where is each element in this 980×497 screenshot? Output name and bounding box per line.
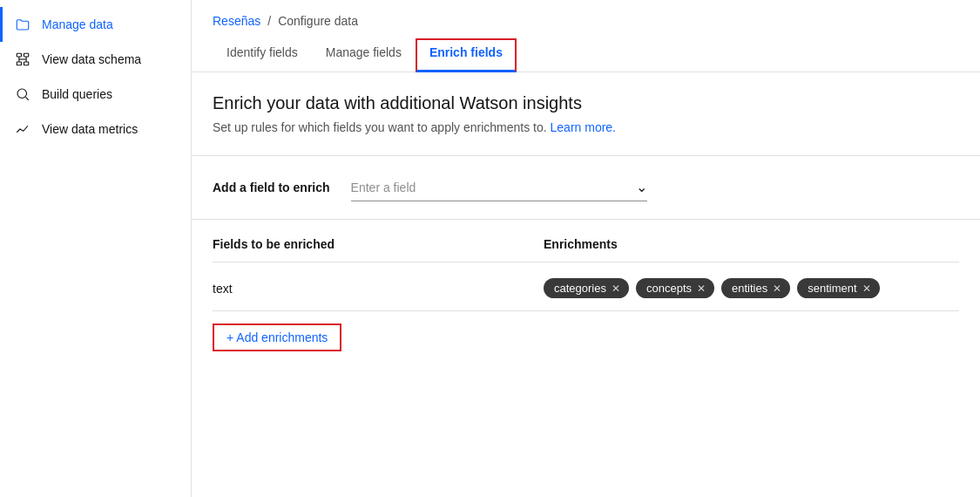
svg-rect-0 bbox=[17, 53, 21, 57]
tag-close-icon[interactable]: ✕ bbox=[612, 283, 620, 294]
add-field-section: Add a field to enrich Enter a field ⌄ bbox=[192, 156, 980, 220]
col-enrichments-header: Enrichments bbox=[544, 237, 959, 251]
sidebar-item-label: Manage data bbox=[42, 17, 113, 31]
svg-rect-2 bbox=[17, 62, 21, 65]
tab-identify-fields[interactable]: Identify fields bbox=[213, 38, 312, 72]
sidebar-item-label: View data schema bbox=[42, 52, 141, 66]
field-dropdown-placeholder: Enter a field bbox=[351, 180, 416, 194]
enrichment-tag-sentiment: sentiment ✕ bbox=[797, 278, 879, 298]
add-enrichments-row: + Add enrichments bbox=[213, 311, 959, 351]
hero-subtitle: Set up rules for which fields you want t… bbox=[213, 120, 959, 134]
sidebar-item-view-data-metrics[interactable]: View data metrics bbox=[0, 112, 191, 146]
svg-line-8 bbox=[25, 97, 28, 99]
enrichment-tag-categories: categories ✕ bbox=[544, 278, 629, 298]
breadcrumb-link[interactable]: Reseñas bbox=[213, 14, 260, 28]
hero-section: Enrich your data with additional Watson … bbox=[192, 72, 980, 156]
sidebar-item-label: Build queries bbox=[42, 87, 112, 101]
tab-enrich-fields[interactable]: Enrich fields bbox=[416, 38, 517, 72]
tag-close-icon[interactable]: ✕ bbox=[862, 283, 871, 294]
hero-title: Enrich your data with additional Watson … bbox=[213, 93, 959, 113]
schema-icon bbox=[14, 51, 31, 68]
row-enrichments: categories ✕ concepts ✕ entities ✕ senti… bbox=[544, 278, 959, 298]
svg-point-7 bbox=[17, 89, 27, 99]
learn-more-link[interactable]: Learn more. bbox=[551, 120, 616, 134]
table-row: text categories ✕ concepts ✕ entities ✕ … bbox=[213, 266, 959, 311]
field-dropdown[interactable]: Enter a field ⌄ bbox=[351, 174, 647, 201]
enrichment-tag-entities: entities ✕ bbox=[721, 278, 790, 298]
folder-icon bbox=[14, 16, 31, 33]
add-enrichments-button[interactable]: + Add enrichments bbox=[213, 323, 341, 351]
tab-bar: Identify fields Manage fields Enrich fie… bbox=[192, 28, 980, 72]
tag-close-icon[interactable]: ✕ bbox=[773, 283, 781, 294]
breadcrumb: Reseñas / Configure data bbox=[192, 0, 980, 28]
table-header: Fields to be enriched Enrichments bbox=[213, 237, 959, 262]
sidebar: Manage data View data schema Build queri… bbox=[0, 0, 192, 497]
sidebar-item-manage-data[interactable]: Manage data bbox=[0, 7, 191, 42]
sidebar-item-label: View data metrics bbox=[42, 122, 138, 136]
enrichment-table: Fields to be enriched Enrichments text c… bbox=[192, 220, 980, 497]
sidebar-item-view-data-schema[interactable]: View data schema bbox=[0, 42, 191, 77]
col-fields-header: Fields to be enriched bbox=[213, 237, 544, 251]
add-field-label: Add a field to enrich bbox=[213, 180, 330, 194]
search-icon bbox=[14, 85, 31, 103]
tab-manage-fields[interactable]: Manage fields bbox=[312, 38, 416, 72]
main-content: Reseñas / Configure data Identify fields… bbox=[192, 0, 980, 497]
breadcrumb-current: Configure data bbox=[278, 14, 358, 28]
enrichment-tag-concepts: concepts ✕ bbox=[636, 278, 714, 298]
svg-rect-3 bbox=[24, 62, 29, 65]
chevron-down-icon: ⌄ bbox=[636, 179, 647, 195]
sidebar-item-build-queries[interactable]: Build queries bbox=[0, 77, 191, 112]
metrics-icon bbox=[14, 120, 31, 138]
breadcrumb-separator: / bbox=[267, 14, 271, 28]
field-name-text: text bbox=[213, 282, 544, 296]
svg-rect-1 bbox=[24, 53, 29, 57]
tag-close-icon[interactable]: ✕ bbox=[697, 283, 706, 294]
